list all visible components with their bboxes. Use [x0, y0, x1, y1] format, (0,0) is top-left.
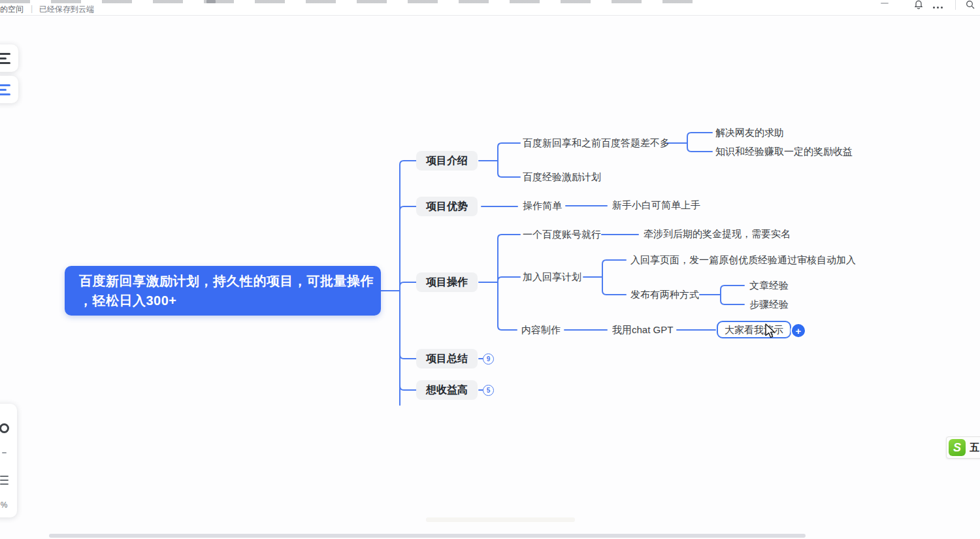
- selected-node-demo[interactable]: 大家看我演示: [717, 321, 791, 338]
- node-intro-grandchild1[interactable]: 解决网友的求助: [715, 127, 784, 139]
- search-icon[interactable]: [965, 0, 975, 10]
- node-intro-child2[interactable]: 百度经验激励计划: [523, 171, 601, 184]
- node-adv-grandchild1[interactable]: 新手小白可简单上手: [612, 199, 700, 212]
- collapse-badge-income[interactable]: 5: [483, 385, 494, 396]
- node-op-child1[interactable]: 一个百度账号就行: [523, 229, 601, 241]
- topbar-separator: [955, 0, 956, 10]
- canvas-shadow-bar: [426, 517, 575, 522]
- node-op-grandchild1[interactable]: 牵涉到后期的奖金提现，需要实名: [644, 228, 791, 240]
- sogou-logo-icon: S: [949, 439, 966, 456]
- node-article-exp[interactable]: 文章经验: [749, 280, 789, 292]
- node-op-grandchild2[interactable]: 入回享页面，发一篇原创优质经验通过审核自动加入: [630, 254, 856, 267]
- root-node[interactable]: 百度新回享激励计划，持久性的项目，可批量操作 ，轻松日入300+: [65, 266, 381, 316]
- clipped-toolbar-remnant: [0, 0, 712, 3]
- root-node-line2: ，轻松日入300+: [79, 291, 367, 310]
- mindmap-app: 我的空间 | 已经保存到云端 %: [0, 0, 980, 539]
- branch-node-summary[interactable]: 项目总结: [416, 349, 478, 368]
- left-tool-outline[interactable]: [0, 44, 18, 72]
- add-child-button[interactable]: +: [791, 323, 806, 338]
- locate-icon[interactable]: [0, 423, 17, 433]
- node-intro-grandchild2[interactable]: 知识和经验赚取一定的奖励收益: [715, 146, 853, 158]
- horizontal-scrollbar[interactable]: [49, 534, 806, 538]
- zoom-percent-label: %: [0, 500, 17, 510]
- node-intro-child1[interactable]: 百度新回享和之前百度答题差不多: [523, 137, 670, 150]
- left-tool-structure[interactable]: [0, 76, 18, 103]
- branch-node-operation[interactable]: 项目操作: [416, 272, 478, 292]
- clipped-toolbar-remnant-dark: [206, 0, 216, 3]
- branch-node-intro[interactable]: 项目介绍: [416, 151, 478, 171]
- ime-mode-label: 五: [970, 442, 979, 454]
- top-bar: 我的空间 | 已经保存到云端: [0, 0, 980, 16]
- node-op-child2[interactable]: 加入回享计划: [523, 271, 581, 284]
- collapse-badge-summary[interactable]: 9: [483, 353, 494, 365]
- node-op-grandchild3[interactable]: 发布有两种方式: [630, 289, 699, 301]
- bell-icon[interactable]: [913, 0, 924, 10]
- list-icon[interactable]: [0, 474, 17, 486]
- bottom-left-toolbar: %: [0, 404, 17, 517]
- node-adv-child1[interactable]: 操作简单: [523, 200, 562, 212]
- node-op-child3[interactable]: 内容制作: [521, 324, 561, 336]
- ime-indicator[interactable]: S 五: [946, 436, 980, 459]
- topbar-divider: |: [31, 4, 33, 13]
- root-node-line1: 百度新回享激励计划，持久性的项目，可批量操作: [79, 271, 367, 291]
- dash-icon[interactable]: [0, 452, 17, 453]
- node-step-exp[interactable]: 步骤经验: [749, 299, 789, 311]
- outline-blue-icon: [0, 83, 10, 97]
- branch-node-advantage[interactable]: 项目优势: [416, 197, 478, 216]
- more-icon[interactable]: [933, 2, 943, 12]
- minimize-dash: [881, 3, 889, 4]
- outline-dark-icon: [0, 52, 10, 65]
- node-chatgpt[interactable]: 我用chat GPT: [612, 324, 673, 336]
- branch-node-income[interactable]: 想收益高: [416, 380, 478, 400]
- workspace-link[interactable]: 我的空间: [0, 4, 24, 15]
- save-status-text: 已经保存到云端: [39, 4, 94, 15]
